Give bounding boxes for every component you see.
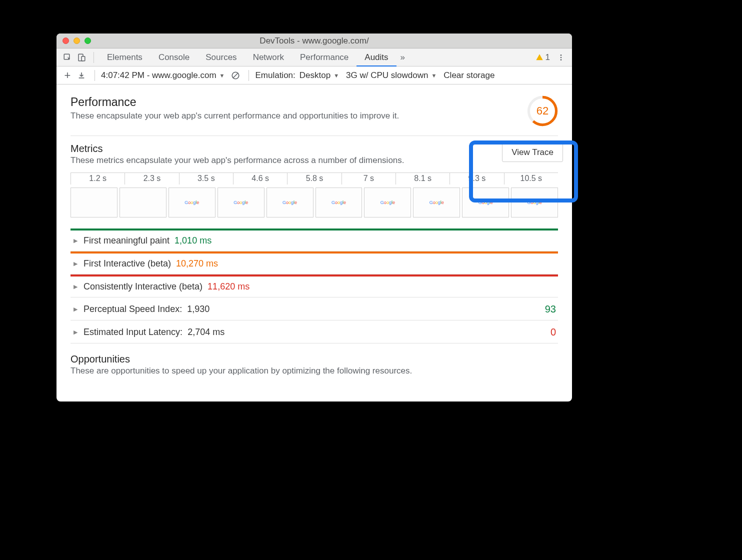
audit-row[interactable]: ▶ First meaningful paint 1,010 ms <box>70 228 558 252</box>
expand-icon: ▶ <box>72 329 78 336</box>
chevron-down-icon: ▼ <box>220 72 225 78</box>
tabs-overflow[interactable]: » <box>396 48 409 66</box>
tab-performance[interactable]: Performance <box>292 48 356 66</box>
audit-row[interactable]: ▶ Estimated Input Latency: 2,704 ms 0 <box>70 320 558 344</box>
tab-elements[interactable]: Elements <box>99 48 150 66</box>
opportunities-subtitle: These are opportunities to speed up your… <box>70 366 558 376</box>
metrics-section-header: Metrics These metrics encapsulate your w… <box>70 143 558 166</box>
svg-point-3 <box>560 54 562 56</box>
tab-audits[interactable]: Audits <box>356 48 396 66</box>
download-report-icon[interactable] <box>74 68 88 82</box>
new-audit-icon[interactable]: + <box>60 68 74 82</box>
tab-sources[interactable]: Sources <box>198 48 244 66</box>
tab-console[interactable]: Console <box>150 48 198 66</box>
traffic-lights <box>62 38 91 44</box>
audits-toolbar: + 4:07:42 PM - www.google.com ▼ Emulatio… <box>56 66 572 84</box>
expand-icon: ▶ <box>72 238 78 244</box>
audit-name: Perceptual Speed Index: <box>84 304 182 314</box>
expand-icon: ▶ <box>72 260 78 267</box>
more-menu-icon[interactable] <box>554 50 568 64</box>
filmstrip-frame[interactable]: Google <box>316 188 362 218</box>
audit-score: 93 <box>545 304 556 315</box>
opportunities-heading: Opportunities <box>70 354 558 365</box>
maximize-window-button[interactable] <box>84 38 91 44</box>
minimize-window-button[interactable] <box>74 38 80 44</box>
throttle-dropdown[interactable]: 3G w/ CPU slowdown ▼ <box>346 70 436 80</box>
chevron-down-icon: ▼ <box>334 72 339 78</box>
audit-name: First Interactive (beta) <box>84 258 171 269</box>
filmstrip-frame[interactable]: Google <box>364 188 411 218</box>
audit-name: First meaningful paint <box>84 236 170 246</box>
performance-section-header: Performance These encapsulate your web a… <box>70 96 558 126</box>
performance-heading: Performance <box>70 96 399 109</box>
warning-indicator[interactable]: 1 <box>536 52 550 62</box>
timeline-tick: 7 s <box>342 173 396 184</box>
svg-point-5 <box>560 59 562 60</box>
view-trace-button[interactable]: View Trace <box>502 143 563 162</box>
performance-score-gauge: 62 <box>527 96 558 126</box>
audit-select-label: 4:07:42 PM - www.google.com <box>101 70 216 80</box>
inspect-element-icon[interactable] <box>60 50 74 64</box>
device-value: Desktop <box>300 70 330 80</box>
device-toolbar-icon[interactable] <box>74 50 88 64</box>
audit-select-dropdown[interactable]: 4:07:42 PM - www.google.com ▼ <box>101 70 224 80</box>
metrics-subtitle: These metrics encapsulate your web app's… <box>70 156 404 166</box>
performance-subtitle: These encapsulate your web app's current… <box>70 111 399 121</box>
clear-storage-option[interactable]: Clear storage <box>444 70 494 80</box>
throttle-value: 3G w/ CPU slowdown <box>346 70 428 80</box>
expand-icon: ▶ <box>72 306 78 312</box>
emulation-label: Emulation: <box>255 70 295 80</box>
performance-score: 62 <box>527 96 558 126</box>
svg-line-8 <box>233 72 238 78</box>
chevron-down-icon: ▼ <box>431 72 436 78</box>
audit-row[interactable]: ▶ Perceptual Speed Index: 1,930 93 <box>70 298 558 320</box>
audit-name: Estimated Input Latency: <box>84 327 182 338</box>
timeline-tick: 3.5 s <box>179 173 233 184</box>
devtools-window: DevTools - www.google.com/ Elements Cons… <box>56 34 572 402</box>
close-window-button[interactable] <box>62 38 69 44</box>
filmstrip-frame[interactable]: Google <box>511 188 558 218</box>
opportunities-section: Opportunities These are opportunities to… <box>70 354 558 376</box>
timeline-tick: 9.3 s <box>450 173 504 184</box>
audit-report: Performance These encapsulate your web a… <box>56 84 572 402</box>
clear-audit-icon[interactable] <box>228 68 242 82</box>
filmstrip-frame[interactable]: Google <box>218 188 264 218</box>
svg-rect-2 <box>82 56 85 60</box>
timeline-ticks: 1.2 s 2.3 s 3.5 s 4.6 s 5.8 s 7 s 8.1 s … <box>70 172 558 184</box>
audit-value: 2,704 ms <box>188 327 224 338</box>
filmstrip-frame[interactable]: Google <box>266 188 314 218</box>
filmstrip-frame[interactable] <box>120 188 166 218</box>
devtools-tabstrip: Elements Console Sources Network Perform… <box>56 48 572 66</box>
audit-name: Consistently Interactive (beta) <box>84 282 202 292</box>
timeline-tick: 5.8 s <box>287 173 341 184</box>
filmstrip-frame[interactable]: Google <box>462 188 509 218</box>
filmstrip-frames: Google Google Google Google Google Googl… <box>70 188 558 218</box>
audit-value: 10,270 ms <box>176 258 218 269</box>
filmstrip-frame[interactable]: Google <box>168 188 216 218</box>
expand-icon: ▶ <box>72 284 78 290</box>
metrics-list: ▶ First meaningful paint 1,010 ms ▶ Firs… <box>70 228 558 344</box>
audit-row[interactable]: ▶ First Interactive (beta) 10,270 ms <box>70 252 558 274</box>
filmstrip-timeline: 1.2 s 2.3 s 3.5 s 4.6 s 5.8 s 7 s 8.1 s … <box>70 172 558 218</box>
timeline-tick: 4.6 s <box>233 173 287 184</box>
tab-network[interactable]: Network <box>245 48 292 66</box>
metrics-heading: Metrics <box>70 143 404 154</box>
window-titlebar: DevTools - www.google.com/ <box>56 34 572 48</box>
timeline-tick: 1.2 s <box>70 173 124 184</box>
timeline-tick: 8.1 s <box>396 173 450 184</box>
timeline-tick: 10.5 s <box>504 173 558 184</box>
device-dropdown[interactable]: Desktop ▼ <box>300 70 339 80</box>
audit-value: 1,010 ms <box>174 236 212 246</box>
audit-value: 1,930 <box>187 304 210 314</box>
filmstrip-frame[interactable]: Google <box>413 188 460 218</box>
section-divider <box>70 136 558 136</box>
filmstrip-frame[interactable] <box>70 188 118 218</box>
audit-score: 0 <box>550 326 556 338</box>
timeline-tick: 2.3 s <box>124 173 178 184</box>
audit-value: 11,620 ms <box>208 282 250 292</box>
svg-rect-6 <box>79 78 84 78</box>
svg-point-4 <box>560 56 562 58</box>
window-title: DevTools - www.google.com/ <box>56 36 572 46</box>
warning-count: 1 <box>546 52 550 62</box>
audit-row[interactable]: ▶ Consistently Interactive (beta) 11,620… <box>70 274 558 298</box>
